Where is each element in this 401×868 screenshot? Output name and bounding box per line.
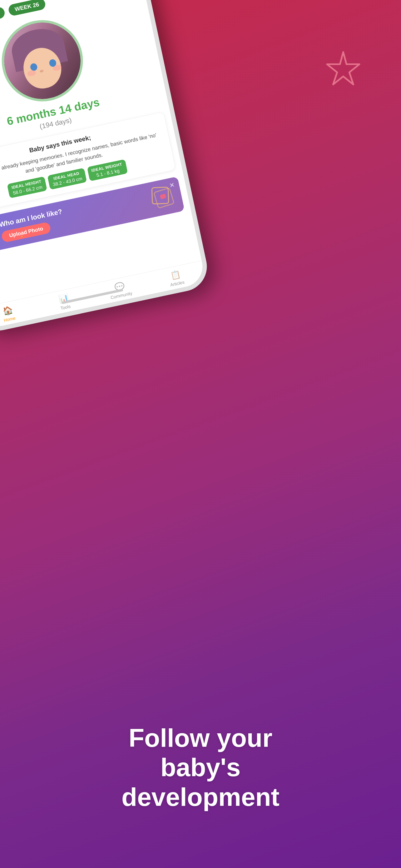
nav-home[interactable]: 🏠 Home [0,300,38,328]
nav-articles[interactable]: 📋 Articles [146,264,206,292]
stat-weight: IDEAL WEIGHT 5.1 - 8.1 kg [87,159,128,181]
home-icon: 🏠 [2,305,14,316]
phone-body: WEEK 24 WEEK 25 WEEK 26 [0,0,211,335]
bottom-promo-text: Follow your baby's development [0,723,401,812]
nav-tools-label: Tools [60,304,71,311]
star-decoration [323,50,364,91]
phone-screen: WEEK 24 WEEK 25 WEEK 26 [0,0,206,330]
phone-device: WEEK 24 WEEK 25 WEEK 26 [0,0,258,350]
baby-photo-inner [0,16,88,106]
articles-icon: 📋 [170,269,181,281]
svg-marker-0 [327,52,360,85]
stat-height: IDEAL HEIGHT 58.0 - 66.2 cm [7,176,47,198]
nav-home-label: Home [3,316,16,323]
baby-photo-circle [0,12,91,109]
banner-close-button[interactable]: ✕ [169,181,175,189]
stat-head: IDEAL HEAD 38.2 - 43.0 cm [47,168,87,190]
